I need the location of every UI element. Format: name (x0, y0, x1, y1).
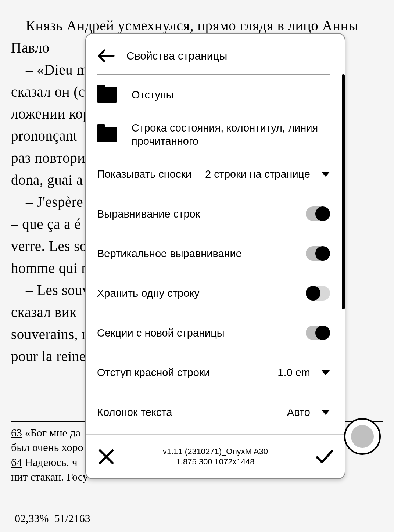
row-text-columns[interactable]: Колонок текста Авто (97, 392, 330, 432)
back-icon[interactable] (97, 48, 115, 63)
folder-icon (97, 87, 117, 103)
row-indents[interactable]: Отступы (97, 75, 330, 115)
row-keep-one-line[interactable]: Хранить одну строку (97, 273, 330, 313)
status-bar: 02,33% 51/2163 (15, 512, 90, 525)
close-icon[interactable] (97, 447, 115, 466)
footer-rule (11, 506, 121, 506)
chevron-down-icon (321, 410, 330, 415)
row-first-line-indent[interactable]: Отступ красной строки 1.0 em (97, 353, 330, 392)
fab-inner-circle (351, 425, 374, 448)
folder-icon (97, 127, 117, 142)
floating-action-button[interactable] (344, 418, 381, 455)
row-vertical-align[interactable]: Вертикальное выравнивание (97, 234, 330, 273)
row-statusline[interactable]: Строка состояния, колонтитул, линия проч… (97, 115, 330, 154)
panel-title: Свойства страницы (126, 50, 227, 62)
toggle-justify[interactable] (306, 206, 330, 221)
row-show-footnotes[interactable]: Показывать сноски 2 строки на странице (97, 154, 330, 194)
version-info: v1.11 (2310271)_OnyxM A30 1.875 300 1072… (163, 446, 268, 467)
chevron-down-icon (321, 172, 330, 177)
toggle-vertical-align[interactable] (306, 246, 330, 261)
scrollbar[interactable] (342, 74, 345, 309)
chevron-down-icon (321, 370, 330, 375)
row-sections-newpage[interactable]: Секции с новой страницы (97, 313, 330, 353)
row-justify-lines[interactable]: Выравнивание строк (97, 194, 330, 234)
toggle-keep-one[interactable] (306, 286, 330, 301)
page-properties-panel: Свойства страницы Отступы Строка состоян… (85, 33, 345, 479)
toggle-sections-newpage[interactable] (306, 326, 330, 340)
confirm-icon[interactable] (315, 449, 334, 464)
